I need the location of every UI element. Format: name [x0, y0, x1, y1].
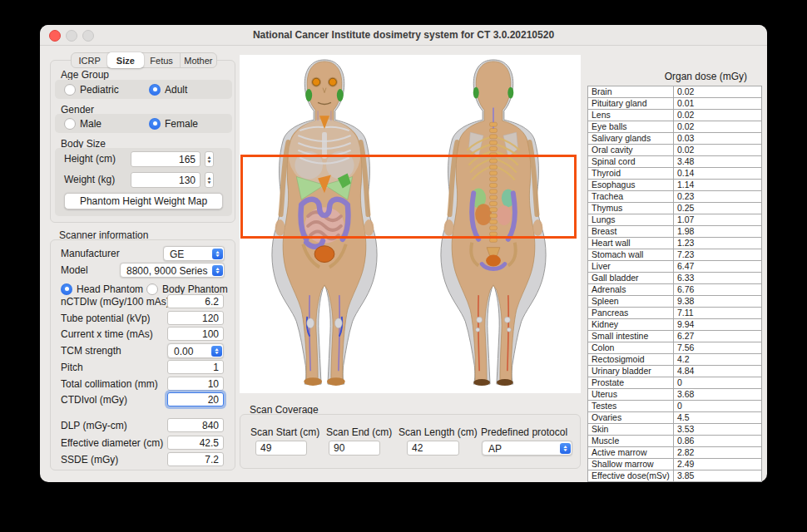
radio-male[interactable]: Male — [64, 117, 101, 130]
radio-dot-icon — [64, 84, 76, 96]
popup-chevrons-icon: ▲▼ — [212, 249, 223, 259]
organ-dose-value: 6.76 — [674, 284, 762, 296]
radio-female[interactable]: Female — [149, 117, 198, 130]
organ-name: Adrenals — [588, 284, 674, 296]
organ-name: Testes — [588, 401, 674, 412]
predefined-protocol-select[interactable]: AP ▲▼ — [482, 441, 572, 456]
table-row: Adrenals6.76 — [588, 284, 762, 296]
effective-diameter-cm-input[interactable]: 42.5 — [167, 436, 224, 450]
scan-length-cm-input[interactable]: 42 — [407, 441, 459, 456]
radio-pediatric[interactable]: Pediatric — [64, 83, 119, 96]
table-row: Uterus3.68 — [588, 389, 762, 401]
organ-name: Active marrow — [588, 447, 674, 459]
model-label: Model — [61, 264, 88, 276]
organ-dose-value: 1.98 — [674, 226, 762, 238]
organ-dose-value: 3.53 — [674, 424, 762, 436]
organ-dose-value: 9.94 — [674, 319, 762, 331]
popup-chevrons-icon: ▲▼ — [212, 265, 223, 276]
table-row: Shallow marrow2.49 — [588, 459, 762, 470]
current-x-time-mas-label: Current x time (mAs) — [61, 328, 153, 340]
scan-start-cm-label: Scan Start (cm) — [250, 426, 319, 438]
table-row: Spleen9.38 — [588, 296, 762, 308]
table-row: Muscle0.86 — [588, 436, 762, 447]
ctdivol-mgy-input[interactable]: 20 — [167, 392, 224, 406]
model-select[interactable]: 8800, 9000 Series ▲▼ — [120, 263, 225, 278]
total-collimation-mm-input[interactable]: 10 — [167, 377, 224, 391]
organ-name: Skin — [588, 424, 674, 436]
dlp-mgy-cm-input[interactable]: 840 — [167, 418, 224, 432]
tab-icrp[interactable]: ICRP — [72, 53, 107, 67]
weight-stepper[interactable]: ▲ ▼ — [205, 172, 214, 188]
ssde-mgy-label: SSDE (mGy) — [61, 454, 118, 466]
organ-dose-value: 2.82 — [674, 447, 762, 459]
pitch-input[interactable]: 1 — [167, 360, 224, 374]
table-row: Esophagus1.14 — [588, 180, 762, 191]
model-value: 8800, 9000 Series — [126, 265, 207, 277]
popup-chevrons-icon: ▲▼ — [211, 346, 222, 357]
organ-name: Liver — [588, 261, 674, 273]
height-input[interactable]: 165 — [131, 151, 201, 167]
adult-label: Adult — [165, 84, 187, 96]
organ-dose-header: Organ dose (mGy) — [587, 71, 747, 82]
age-group-radios: PediatricAdult — [55, 80, 232, 99]
stepper-down-icon: ▼ — [206, 180, 211, 185]
radio-adult[interactable]: Adult — [149, 83, 187, 96]
table-row: Spinal cord3.48 — [588, 156, 762, 168]
organ-name: Gall bladder — [588, 273, 674, 284]
predefined-protocol-value: AP — [488, 443, 502, 455]
tab-fetus[interactable]: Fetus — [144, 53, 180, 67]
scan-end-cm-input[interactable]: 90 — [329, 441, 380, 456]
organ-name: Spinal cord — [588, 156, 674, 168]
organ-name: Rectosigmoid — [588, 354, 674, 366]
ssde-mgy-input[interactable]: 7.2 — [167, 452, 224, 466]
organ-dose-value: 7.23 — [674, 249, 762, 261]
organ-dose-value: 4.5 — [674, 412, 762, 424]
window-titlebar[interactable]: National Cancer Institute dosimetry syst… — [40, 25, 767, 46]
tcm-strength-select[interactable]: 0.00▲▼ — [167, 343, 224, 358]
table-row: Trachea0.23 — [588, 191, 762, 203]
organ-dose-value: 6.47 — [674, 261, 762, 273]
organ-name: Thymus — [588, 203, 674, 214]
tube-potential-kvp-input[interactable]: 120 — [167, 311, 224, 325]
organ-name: Shallow marrow — [588, 459, 674, 470]
scan-start-cm-input[interactable]: 49 — [255, 441, 307, 456]
table-row: Stomach wall7.23 — [588, 249, 762, 261]
current-x-time-mas-input[interactable]: 100 — [167, 327, 224, 341]
male-label: Male — [80, 118, 101, 130]
organ-dose-value: 6.33 — [674, 273, 762, 284]
weight-input[interactable]: 130 — [131, 172, 201, 188]
organ-dose-value: 7.56 — [674, 342, 762, 354]
scan-coverage-region[interactable] — [240, 155, 577, 239]
table-row: Kidney9.94 — [588, 319, 762, 331]
organ-dose-value: 2.49 — [674, 459, 762, 470]
organ-dose-value: 0 — [674, 377, 762, 389]
organ-dose-value: 0.14 — [674, 168, 762, 180]
dlp-mgy-cm-label: DLP (mGy-cm) — [61, 420, 127, 431]
organ-name: Spleen — [588, 296, 674, 308]
tab-size[interactable]: Size — [107, 52, 143, 68]
scan-end-cm-label: Scan End (cm) — [326, 426, 392, 438]
table-row: Testes0 — [588, 401, 762, 412]
organ-dose-value: 4.2 — [674, 354, 762, 366]
organ-dose-value: 3.48 — [674, 156, 762, 168]
organ-dose-value: 1.07 — [674, 214, 762, 226]
table-row: Breast1.98 — [588, 226, 762, 238]
table-row: Salivary glands0.03 — [588, 133, 762, 145]
tab-mother[interactable]: Mother — [180, 53, 216, 67]
organ-dose-value: 0.02 — [674, 86, 762, 98]
table-row: Heart wall1.23 — [588, 238, 762, 249]
organ-name: Small intestine — [588, 331, 674, 342]
nctdiw-mgy-100-mas-input[interactable]: 6.2 — [167, 294, 224, 308]
organ-dose-value: 9.38 — [674, 296, 762, 308]
organ-name: Stomach wall — [588, 249, 674, 261]
organ-name: Pancreas — [588, 308, 674, 319]
phantom-tabbar: ICRPSizeFetusMother — [71, 52, 217, 68]
organ-dose-value: 6.27 — [674, 331, 762, 342]
pediatric-label: Pediatric — [80, 84, 119, 96]
organ-dose-value: 1.23 — [674, 238, 762, 249]
manufacturer-select[interactable]: GE ▲▼ — [163, 246, 225, 261]
organ-name: Thyroid — [588, 168, 674, 180]
height-stepper[interactable]: ▲ ▼ — [205, 151, 214, 167]
phantom-height-weight-map-button[interactable]: Phantom Height Weight Map — [64, 193, 223, 209]
phantom-type-radios: Head PhantomBody Phantom — [51, 279, 236, 294]
